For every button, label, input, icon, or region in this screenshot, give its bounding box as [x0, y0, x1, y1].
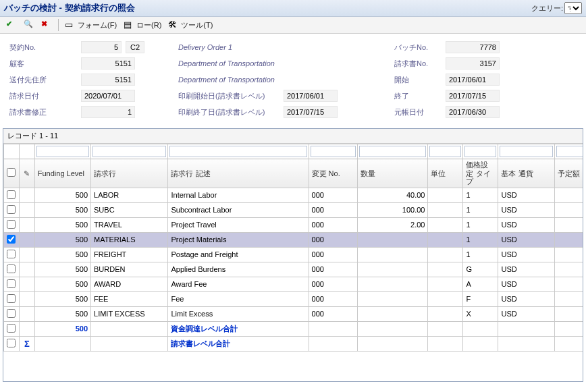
- cell-cur: USD: [498, 277, 554, 291]
- cell-unit: [428, 188, 463, 202]
- cell-ptype: 1: [463, 188, 498, 202]
- cell-chg: 000: [309, 262, 358, 277]
- shipto-value[interactable]: 5151: [81, 74, 135, 86]
- cell-desc: Award Fee: [168, 277, 309, 291]
- cell-line: SUBC: [91, 202, 168, 217]
- docno-value[interactable]: 3157: [446, 57, 500, 69]
- cell-unit: [428, 217, 463, 232]
- row-checkbox[interactable]: [7, 235, 16, 244]
- h-qty[interactable]: 数量: [358, 159, 428, 188]
- cell-amt: [554, 306, 583, 321]
- cell-line: BURDEN: [91, 262, 168, 277]
- h-chg[interactable]: 変更 No.: [309, 159, 358, 188]
- print-to-value[interactable]: 2017/07/15: [284, 106, 338, 118]
- cell-unit: [428, 262, 463, 277]
- grid-scroll[interactable]: ✎ Funding Level 請求行 請求行 記述 変更 No. 数量 単位 …: [3, 144, 583, 381]
- h-funding[interactable]: Funding Level: [34, 159, 90, 188]
- cell-qty: 2.00: [358, 217, 428, 232]
- filter-amt[interactable]: [556, 146, 583, 157]
- table-row[interactable]: 500SUBCSubcontract Labor000100.001USD: [4, 202, 583, 217]
- table-row[interactable]: 500LIMIT EXCESSLimit Excess000XUSD: [4, 306, 583, 321]
- row-checkbox[interactable]: [7, 205, 16, 214]
- cell-unit: [428, 247, 463, 262]
- title-bar: バッチの検討 - 契約請求行の照会 クエリー: す: [0, 0, 586, 17]
- form-menu[interactable]: ▭ フォーム(F): [63, 19, 119, 31]
- invdate-value[interactable]: 2020/07/01: [81, 90, 135, 102]
- row-checkbox[interactable]: [7, 264, 16, 273]
- grid-wrap: レコード 1 - 11: [3, 128, 583, 382]
- cell-unit: [428, 232, 463, 247]
- row-checkbox[interactable]: [7, 309, 16, 318]
- ok-button[interactable]: ✔: [4, 19, 19, 31]
- tool-menu[interactable]: 🛠 ツール(T): [166, 19, 215, 31]
- page-title: バッチの検討 - 契約請求行の照会: [4, 2, 135, 14]
- cell-funding: 500: [34, 247, 90, 262]
- cell-cur: USD: [498, 247, 554, 262]
- cell-funding: 500: [34, 306, 90, 321]
- row-checkbox[interactable]: [7, 339, 16, 347]
- h-line[interactable]: 請求行: [91, 159, 168, 188]
- row-checkbox[interactable]: [7, 190, 16, 199]
- table-row[interactable]: 500TRAVELProject Travel0002.001USD: [4, 217, 583, 232]
- table-row[interactable]: 500FEEFee000FUSD: [4, 291, 583, 306]
- row-checkbox[interactable]: [7, 279, 16, 288]
- row-checkbox[interactable]: [7, 294, 16, 303]
- toolbar-separator: [58, 19, 59, 31]
- filter-row: [4, 144, 583, 159]
- table-row[interactable]: 500LABORInternal Labor00040.001USD: [4, 188, 583, 202]
- table-row[interactable]: 500AWARD Award Fee000AUSD: [4, 277, 583, 291]
- gl-date-value[interactable]: 2017/06/30: [446, 106, 500, 118]
- print-from-value[interactable]: 2017/06/01: [284, 90, 338, 102]
- cell-ptype: 1: [463, 202, 498, 217]
- row-checkbox[interactable]: [7, 250, 16, 258]
- cell-amt: [554, 291, 583, 306]
- table-row[interactable]: 500FREIGHTPostage and Freight0001USD: [4, 247, 583, 262]
- select-all-checkbox[interactable]: [7, 168, 16, 177]
- h-ptype[interactable]: 価格設 定 タイプ: [463, 159, 498, 188]
- end-value[interactable]: 2017/07/15: [446, 90, 500, 102]
- cell-amt: [554, 232, 583, 247]
- invdate-label: 請求日付: [9, 91, 77, 101]
- open-value[interactable]: 2017/06/01: [446, 74, 500, 86]
- filter-line[interactable]: [92, 146, 166, 157]
- form-menu-label: フォーム(F): [78, 20, 117, 30]
- filter-unit[interactable]: [429, 146, 461, 157]
- find-button[interactable]: 🔍: [22, 19, 36, 31]
- h-cur[interactable]: 基本 通貨: [498, 159, 554, 188]
- filter-qty[interactable]: [359, 146, 426, 157]
- dept-text-2: Department of Transportation: [178, 76, 275, 84]
- filter-cur[interactable]: [500, 146, 552, 157]
- row-checkbox[interactable]: [7, 220, 16, 229]
- cell-cur: USD: [498, 306, 554, 321]
- h-amt[interactable]: 予定額: [554, 159, 583, 188]
- docno-label: 請求書No.: [394, 59, 442, 69]
- inv-adj-value[interactable]: 1: [81, 106, 135, 118]
- open-label: 開始: [394, 75, 442, 85]
- cell-desc: Limit Excess: [168, 306, 309, 321]
- query-label: クエリー:: [531, 3, 563, 13]
- cell-chg: 000: [309, 188, 358, 202]
- cell-chg: 000: [309, 202, 358, 217]
- filter-chg[interactable]: [311, 146, 356, 157]
- customer-value[interactable]: 5151: [81, 57, 135, 69]
- inv-adj-label: 請求書修正: [9, 107, 77, 117]
- filter-funding[interactable]: [36, 146, 89, 157]
- filter-desc[interactable]: [169, 146, 307, 157]
- row-menu[interactable]: ▤ ロー(R): [122, 19, 163, 31]
- cell-chg: 000: [309, 291, 358, 306]
- cell-chg: 000: [309, 277, 358, 291]
- cell-qty: [358, 277, 428, 291]
- h-desc[interactable]: 請求行 記述: [168, 159, 309, 188]
- cell-line: AWARD: [91, 277, 168, 291]
- row-checkbox[interactable]: [7, 324, 16, 333]
- contract-no-value[interactable]: 5: [81, 41, 122, 53]
- table-row[interactable]: 500MATERIALSProject Materials0001USD: [4, 232, 583, 247]
- cancel-button[interactable]: ✖: [39, 19, 54, 31]
- h-unit[interactable]: 単位: [428, 159, 463, 188]
- cell-funding: 500: [34, 277, 90, 291]
- table-row[interactable]: 500BURDENApplied Burdens000GUSD: [4, 262, 583, 277]
- filter-ptype[interactable]: [464, 146, 496, 157]
- cell-ptype: X: [463, 306, 498, 321]
- query-select[interactable]: す: [564, 2, 582, 14]
- batch-no-value[interactable]: 7778: [446, 41, 500, 53]
